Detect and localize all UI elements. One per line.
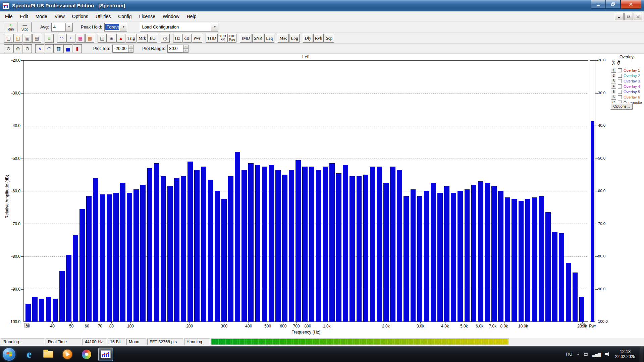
spin-down-icon[interactable]: ▼ — [128, 49, 133, 52]
plot-range-value[interactable]: 80.0 — [167, 45, 183, 53]
menu-view[interactable]: View — [51, 12, 68, 21]
overlay-set-button-2[interactable]: 2 — [611, 73, 616, 78]
logging-button[interactable]: Log — [289, 34, 300, 43]
open-file-button[interactable]: ◱ — [13, 34, 22, 43]
zoom-out-2x-button[interactable]: ⊖ — [23, 44, 32, 53]
menu-config[interactable]: Config — [114, 12, 135, 21]
trigger-button[interactable]: Trig — [126, 34, 137, 43]
peak-hold-select[interactable]: Forever ▼ — [104, 23, 127, 32]
delay-button[interactable]: Dly — [303, 34, 313, 43]
menu-help[interactable]: Help — [183, 12, 200, 21]
surface-view-button[interactable]: ▩ — [85, 34, 94, 43]
scaling-button[interactable]: ⊞ — [107, 34, 116, 43]
split-display-button[interactable]: ◫ — [98, 34, 107, 43]
clock[interactable]: 12:13 22.02.2025 — [615, 349, 635, 359]
volume-tray-icon[interactable] — [605, 352, 611, 357]
stop-button[interactable]: — Stop — [18, 22, 32, 32]
level-meter-button[interactable]: ▮ — [73, 44, 82, 53]
hz-units-button[interactable]: Hz — [173, 34, 182, 43]
zoom-in-2x-button[interactable]: ⊕ — [13, 44, 22, 53]
chevron-down-icon[interactable]: ▼ — [211, 23, 218, 31]
language-indicator[interactable]: RU — [566, 352, 573, 357]
bar-graph-button[interactable]: ▥ — [54, 44, 63, 53]
spin-down-icon[interactable]: ▼ — [183, 49, 188, 52]
zoom-button[interactable]: ⊙ — [4, 44, 13, 53]
line-graph-button[interactable]: ◠ — [45, 44, 54, 53]
menu-license[interactable]: License — [136, 12, 159, 21]
save-button[interactable]: ▣ — [23, 34, 32, 43]
print-button[interactable]: ▤ — [32, 34, 41, 43]
plot-top-value[interactable]: -20.00 — [112, 45, 128, 53]
overlay-on-checkbox-3[interactable] — [618, 79, 622, 83]
power-units-button[interactable]: Pwr — [192, 34, 202, 43]
snr-button[interactable]: SNR — [252, 34, 264, 43]
mdi-minimize-button[interactable] — [615, 13, 624, 20]
avg-select[interactable]: 4 ▼ — [51, 23, 73, 32]
scope-button[interactable]: Scp — [324, 34, 334, 43]
imd-button[interactable]: IMD — [240, 34, 252, 43]
run-button[interactable]: ≈ Run — [4, 22, 17, 32]
marker-button[interactable]: Mrk — [137, 34, 148, 43]
spectrum-view-button[interactable]: ◠ — [57, 34, 66, 43]
overlay-set-button-4[interactable]: 4 — [611, 84, 616, 89]
explorer-taskbar-icon[interactable] — [41, 348, 56, 361]
overlay-on-checkbox-6[interactable] — [618, 95, 622, 99]
load-configuration-select[interactable]: Load Configuration ▼ — [140, 23, 218, 32]
browser-taskbar-icon[interactable]: e — [22, 348, 37, 361]
calibration-button[interactable]: ▲ — [116, 34, 125, 43]
mdi-close-button[interactable] — [634, 13, 642, 20]
plot-top-field[interactable]: -20.00 ▲ ▼ — [112, 45, 133, 53]
leq-button[interactable]: Leq — [264, 34, 274, 43]
peak-hold-display-button[interactable]: ∧ — [35, 44, 44, 53]
media-player-taskbar-icon[interactable] — [60, 348, 75, 361]
chevron-down-icon[interactable]: ▼ — [65, 23, 72, 31]
time-series-view-button[interactable]: ≈ — [66, 34, 75, 43]
display-tray-icon[interactable]: ▤ — [584, 352, 587, 357]
menu-utilities[interactable]: Utilities — [92, 12, 114, 21]
menu-file[interactable]: File — [1, 12, 16, 21]
macro-button[interactable]: Mac — [278, 34, 289, 43]
hidden-icons-button[interactable]: ▲ — [577, 353, 580, 356]
process-all-button[interactable]: » — [45, 34, 54, 43]
thd-button[interactable]: THD — [206, 34, 218, 43]
new-file-button[interactable]: ▢ — [4, 34, 13, 43]
mdi-restore-button[interactable] — [624, 13, 633, 20]
thd-freq-button[interactable]: THDFreq — [227, 34, 236, 43]
menu-edit[interactable]: Edit — [16, 12, 32, 21]
overlays-options-button[interactable]: Options... — [610, 103, 633, 110]
spin-up-icon[interactable]: ▲ — [128, 45, 133, 49]
menu-window[interactable]: Window — [159, 12, 183, 21]
spin-up-icon[interactable]: ▲ — [183, 45, 188, 49]
overlay-set-button-1[interactable]: 1 — [611, 68, 616, 73]
spectrum-plot[interactable] — [23, 60, 588, 322]
plot-range-spinner[interactable]: ▲ ▼ — [183, 45, 189, 53]
plot-top-spinner[interactable]: ▲ ▼ — [128, 45, 133, 53]
overlay-set-button-5[interactable]: 5 — [611, 89, 616, 94]
restore-button[interactable] — [606, 0, 621, 9]
timer-button[interactable]: ◷ — [161, 34, 170, 43]
overlay-set-button-6[interactable]: 6 — [611, 95, 616, 100]
db-units-button[interactable]: dB — [182, 34, 192, 43]
y-axis-tick-label: -50.0 — [4, 156, 20, 161]
plot-range-field[interactable]: 80.0 ▲ ▼ — [167, 45, 189, 53]
network-tray-icon[interactable]: ▂▄▆ — [592, 352, 601, 357]
overlay-on-checkbox-1[interactable] — [618, 68, 622, 72]
close-button[interactable] — [621, 0, 641, 9]
overlay-on-checkbox-4[interactable] — [618, 84, 622, 88]
reverb-button[interactable]: Rvb — [313, 34, 324, 43]
show-desktop-button[interactable] — [640, 346, 643, 362]
minimize-button[interactable] — [591, 0, 606, 9]
menu-mode[interactable]: Mode — [32, 12, 51, 21]
spectraplus-taskbar-icon[interactable] — [98, 348, 113, 361]
fill-graph-button[interactable]: ▅ — [63, 44, 72, 53]
thd-n-button[interactable]: THD+N — [218, 34, 227, 43]
start-button[interactable] — [1, 347, 17, 362]
io-device-button[interactable]: I/O — [148, 34, 157, 43]
overlay-on-checkbox-5[interactable] — [618, 90, 622, 94]
paint-taskbar-icon[interactable] — [79, 348, 94, 361]
overlay-set-button-3[interactable]: 3 — [611, 79, 616, 83]
spectrogram-view-button[interactable]: ▦ — [76, 34, 85, 43]
chevron-down-icon[interactable]: ▼ — [120, 23, 127, 31]
overlay-on-checkbox-2[interactable] — [618, 74, 622, 78]
menu-options[interactable]: Options — [68, 12, 92, 21]
